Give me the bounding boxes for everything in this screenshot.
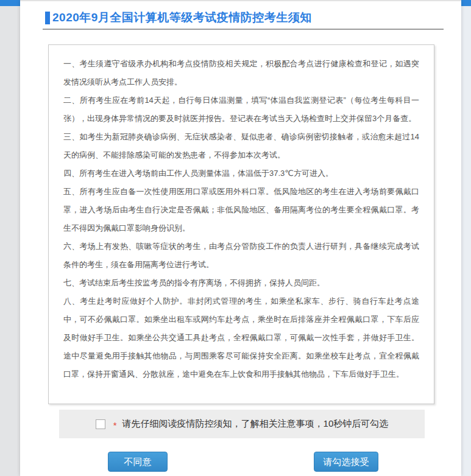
notice-paragraph-7: 七、考试结束后考生按监考员的指令有序离场，不得拥挤，保持人员间距。 (63, 274, 419, 292)
notice-card: 2020年9月全国计算机等级考试疫情防控考生须知 一、考生须遵守省级承办机构和考… (20, 0, 461, 476)
page-title: 2020年9月全国计算机等级考试疫情防控考生须知 (52, 10, 312, 26)
consent-bar: * 请先仔细阅读疫情防控须知，了解相关注意事项，10秒钟后可勾选 (59, 410, 425, 438)
notice-paragraph-5: 五、所有考生应自备一次性使用医用口罩或医用外科口罩。低风险地区的考生在进入考场前… (63, 183, 419, 237)
accept-button[interactable]: 请勾选接受 (314, 452, 378, 472)
consent-label: 请先仔细阅读疫情防控须知，了解相关注意事项，10秒钟后可勾选 (122, 418, 389, 430)
title-marker-icon (45, 12, 50, 24)
page-title-row: 2020年9月全国计算机等级考试疫情防控考生须知 (45, 10, 461, 26)
required-asterisk: * (113, 420, 117, 430)
notice-text-box: 一、考生须遵守省级承办机构和考点疫情防疫相关规定，积极配合考点进行健康检查和登记… (48, 44, 434, 404)
page-background-right (461, 6, 471, 476)
notice-paragraph-2: 二、所有考生应在考前14天起，自行每日体温测量，填写“体温自我监测登记表”（每位… (63, 91, 419, 128)
notice-paragraph-3: 三、如考生为新冠肺炎确诊病例、无症状感染者、疑似患者、确诊病例密切接触者，或治愈… (63, 128, 419, 164)
button-row: 不同意 请勾选接受 (20, 452, 461, 472)
notice-paragraph-8: 八、考生赴考时应做好个人防护。非封闭式管理的考生，如乘坐私家车、步行、骑自行车赴… (63, 292, 419, 383)
title-divider (43, 29, 444, 30)
disagree-button[interactable]: 不同意 (108, 452, 168, 472)
notice-paragraph-6: 六、考场上有发热、咳嗽等症状的考生，由考点分管防疫工作的负责人进行研判，具备继续… (63, 237, 419, 274)
notice-paragraph-1: 一、考生须遵守省级承办机构和考点疫情防疫相关规定，积极配合考点进行健康检查和登记… (63, 55, 419, 91)
consent-checkbox[interactable] (96, 419, 105, 429)
page-background-left (0, 6, 20, 476)
notice-paragraph-4: 四、所有考生在进入考场前由工作人员测量体温，体温低于37.3℃方可进入。 (63, 164, 419, 183)
